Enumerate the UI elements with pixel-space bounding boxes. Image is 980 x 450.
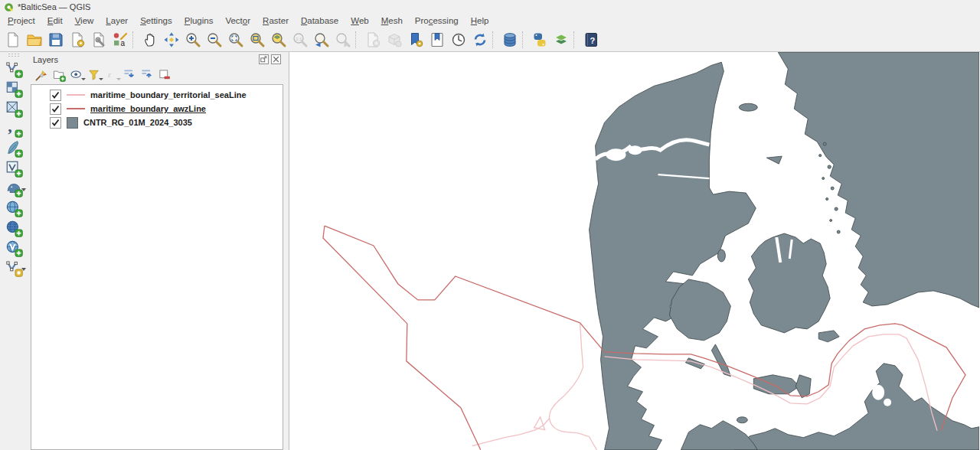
- pan-map-icon: [142, 31, 158, 48]
- add-spatialite-layer-icon: [5, 139, 23, 158]
- toolbar-drag-handle[interactable]: [8, 53, 20, 57]
- new-vector-layer-icon: [5, 259, 23, 277]
- float-panel-icon: [260, 56, 267, 63]
- add-group-icon: [52, 68, 66, 82]
- float-panel-button[interactable]: [259, 54, 269, 64]
- add-wcs-layer-icon: [5, 219, 23, 237]
- new-spatial-bookmark-button[interactable]: [406, 30, 426, 50]
- menu-raster[interactable]: Raster: [256, 15, 295, 26]
- close-panel-button[interactable]: [271, 54, 281, 64]
- zoom-to-layer-button[interactable]: [269, 30, 289, 50]
- add-mesh-layer-button[interactable]: [2, 99, 25, 119]
- new-print-layout-button[interactable]: [67, 30, 87, 50]
- dropdown-arrow-icon[interactable]: [99, 78, 103, 80]
- zoom-full-icon: [227, 31, 244, 48]
- add-wcs-layer-button[interactable]: [2, 218, 25, 238]
- zoom-full-button[interactable]: [226, 30, 246, 50]
- zoom-native-button[interactable]: 1:1: [290, 30, 310, 50]
- zoom-next-icon: [335, 31, 351, 48]
- layer-item[interactable]: maritime_boundary_territorial_seaLine: [31, 88, 283, 102]
- refresh-button[interactable]: [470, 30, 490, 50]
- new-map-view-icon: [364, 31, 381, 48]
- python-console-button[interactable]: [530, 30, 550, 50]
- help-button[interactable]: ?: [581, 30, 601, 50]
- style-manager-icon: a: [112, 31, 129, 48]
- filter-legend-button[interactable]: [87, 67, 102, 83]
- menu-edit[interactable]: Edit: [41, 15, 69, 26]
- remove-layer-button[interactable]: [157, 67, 172, 83]
- menu-plugins[interactable]: Plugins: [178, 15, 220, 26]
- layer-visibility-checkbox[interactable]: [50, 117, 61, 129]
- map-canvas[interactable]: [289, 52, 980, 450]
- add-group-button[interactable]: [51, 67, 67, 83]
- dropdown-arrow-icon[interactable]: [116, 78, 121, 80]
- menu-mesh[interactable]: Mesh: [375, 15, 409, 26]
- style-manager-button[interactable]: a: [110, 30, 130, 50]
- add-virtual-layer-button[interactable]: [2, 158, 25, 178]
- new-vector-layer-button[interactable]: [2, 258, 25, 278]
- zoom-out-icon: [206, 31, 223, 48]
- zoom-last-button[interactable]: [312, 30, 332, 50]
- menu-vector[interactable]: Vector: [219, 15, 256, 26]
- add-postgis-layer-button[interactable]: [2, 178, 25, 198]
- dropdown-arrow-icon[interactable]: [21, 188, 26, 191]
- add-vector-layer-button[interactable]: [2, 59, 25, 79]
- layer-item[interactable]: CNTR_RG_01M_2024_3035: [31, 116, 283, 129]
- toolbar-separator: [522, 31, 528, 48]
- layer-name[interactable]: maritime_boundary_territorial_seaLine: [90, 90, 247, 99]
- pan-map-button[interactable]: [140, 30, 160, 50]
- zoom-to-selection-button[interactable]: [247, 30, 267, 50]
- menu-web[interactable]: Web: [345, 15, 374, 26]
- layer-styling-panel-button[interactable]: [551, 30, 571, 50]
- menu-view[interactable]: View: [69, 15, 100, 26]
- add-delimited-text-layer-button[interactable]: ,: [2, 119, 25, 139]
- layer-visibility-checkbox[interactable]: [50, 90, 61, 101]
- svg-text:1:1: 1:1: [296, 36, 302, 41]
- zoom-in-button[interactable]: [183, 30, 203, 50]
- window-title: *BalticSea — QGIS: [18, 2, 90, 11]
- layer-item[interactable]: maritime_boundary_awzLine: [31, 102, 283, 116]
- layer-name[interactable]: maritime_boundary_awzLine: [90, 104, 206, 113]
- open-project-button[interactable]: [24, 30, 44, 50]
- layer-name[interactable]: CNTR_RG_01M_2024_3035: [83, 118, 192, 127]
- pan-to-selection-button[interactable]: [162, 30, 181, 50]
- save-project-icon: [47, 31, 64, 48]
- show-spatial-bookmarks-button[interactable]: [427, 30, 447, 50]
- save-project-button[interactable]: [46, 30, 66, 50]
- zoom-out-button[interactable]: [204, 30, 224, 50]
- add-wfs-layer-button[interactable]: [2, 238, 25, 258]
- python-console-icon: [531, 31, 548, 48]
- db-manager-button[interactable]: [500, 30, 520, 50]
- dropdown-arrow-icon[interactable]: [21, 268, 26, 271]
- open-styling-panel-button[interactable]: [34, 67, 49, 83]
- temporal-controller-button[interactable]: [449, 30, 469, 50]
- close-panel-icon: [273, 56, 279, 63]
- add-spatialite-layer-button[interactable]: [2, 139, 25, 158]
- menu-settings[interactable]: Settings: [134, 15, 178, 26]
- add-raster-layer-button[interactable]: [2, 79, 25, 99]
- new-map-view-button[interactable]: [363, 30, 383, 50]
- layer-visibility-checkbox[interactable]: [50, 103, 61, 115]
- expand-all-button[interactable]: [122, 67, 137, 83]
- filter-by-expression-button[interactable]: ε: [104, 67, 119, 83]
- collapse-all-button[interactable]: [139, 67, 155, 83]
- map-island-fehmarn: [737, 417, 747, 423]
- zoom-next-button[interactable]: [333, 30, 353, 50]
- show-layout-manager-button[interactable]: [89, 30, 109, 50]
- new-project-button[interactable]: [3, 30, 23, 50]
- menu-project[interactable]: Project: [2, 15, 41, 26]
- menu-processing[interactable]: Processing: [409, 15, 465, 26]
- add-wms-layer-button[interactable]: [2, 198, 25, 218]
- map-island-laesoe: [739, 103, 757, 111]
- new-3d-map-view-button[interactable]: [384, 30, 404, 50]
- map-island-samsoe: [717, 249, 725, 262]
- dropdown-arrow-icon[interactable]: [81, 78, 86, 80]
- menu-database[interactable]: Database: [295, 15, 345, 26]
- toolbar-separator: [492, 31, 498, 48]
- menu-help[interactable]: Help: [465, 15, 495, 26]
- manage-map-themes-button[interactable]: [69, 67, 84, 83]
- layer-styling-panel-icon: [553, 31, 570, 48]
- show-spatial-bookmarks-icon: [429, 31, 446, 48]
- title-bar: *BalticSea — QGIS: [0, 0, 980, 14]
- menu-layer[interactable]: Layer: [100, 15, 134, 26]
